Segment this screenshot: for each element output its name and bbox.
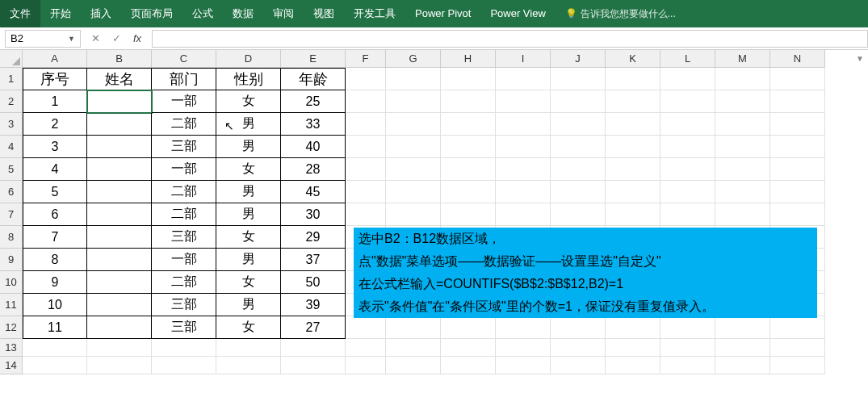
cell-A10[interactable]: 9	[23, 271, 87, 294]
cell-J5[interactable]	[551, 158, 606, 181]
cell-G1[interactable]	[386, 68, 441, 90]
row-header-13[interactable]: 13	[0, 339, 23, 357]
cell-H12[interactable]	[441, 316, 496, 339]
cell-J14[interactable]	[551, 357, 606, 374]
cancel-icon[interactable]: ✕	[89, 32, 102, 44]
cell-H5[interactable]	[441, 158, 496, 181]
cell-I7[interactable]	[496, 203, 551, 226]
cell-B6[interactable]	[87, 181, 152, 203]
cell-C5[interactable]: 一部	[152, 158, 216, 181]
cell-C9[interactable]: 一部	[152, 249, 216, 271]
cell-D2[interactable]: 女	[216, 90, 281, 113]
column-header-M[interactable]: M	[715, 50, 770, 68]
cell-E3[interactable]: 33	[281, 113, 346, 136]
column-header-J[interactable]: J	[551, 50, 606, 68]
cell-F7[interactable]	[346, 203, 386, 226]
cell-F14[interactable]	[346, 357, 386, 374]
confirm-icon[interactable]: ✓	[110, 32, 123, 44]
cell-E14[interactable]	[281, 357, 346, 374]
ribbon-tab-home[interactable]: 开始	[40, 0, 81, 27]
cell-J4[interactable]	[551, 136, 606, 158]
column-header-K[interactable]: K	[606, 50, 660, 68]
ribbon-tab-power-pivot[interactable]: Power Pivot	[405, 0, 480, 27]
cell-M12[interactable]	[715, 316, 770, 339]
column-header-C[interactable]: C	[152, 50, 216, 68]
cell-F4[interactable]	[346, 136, 386, 158]
cell-K5[interactable]	[606, 158, 660, 181]
cell-D5[interactable]: 女	[216, 158, 281, 181]
cell-E9[interactable]: 37	[281, 249, 346, 271]
cell-D9[interactable]: 男	[216, 249, 281, 271]
cell-L4[interactable]	[660, 136, 715, 158]
select-all-corner[interactable]	[0, 50, 23, 68]
row-header-4[interactable]: 4	[0, 136, 23, 158]
cell-K3[interactable]	[606, 113, 660, 136]
cell-H14[interactable]	[441, 357, 496, 374]
cell-N1[interactable]	[770, 68, 825, 90]
cell-L7[interactable]	[660, 203, 715, 226]
row-header-14[interactable]: 14	[0, 357, 23, 374]
cell-H2[interactable]	[441, 90, 496, 113]
cell-K13[interactable]	[606, 339, 660, 357]
row-header-7[interactable]: 7	[0, 203, 23, 226]
cell-I1[interactable]	[496, 68, 551, 90]
cell-L5[interactable]	[660, 158, 715, 181]
cell-L13[interactable]	[660, 339, 715, 357]
cell-A5[interactable]: 4	[23, 158, 87, 181]
cell-G2[interactable]	[386, 90, 441, 113]
cell-N2[interactable]	[770, 90, 825, 113]
chevron-down-icon[interactable]: ▼	[68, 35, 75, 43]
cell-C10[interactable]: 二部	[152, 271, 216, 294]
spreadsheet-grid[interactable]: ABCDEFGHIJKLMN1序号姓名部门性别年龄21一部女2532二部男334…	[0, 50, 868, 374]
cell-B12[interactable]	[87, 316, 152, 339]
formula-input[interactable]	[152, 30, 868, 48]
column-header-L[interactable]: L	[660, 50, 715, 68]
cell-C3[interactable]: 二部	[152, 113, 216, 136]
row-header-10[interactable]: 10	[0, 271, 23, 294]
cell-E2[interactable]: 25	[281, 90, 346, 113]
cell-M13[interactable]	[715, 339, 770, 357]
cell-G12[interactable]	[386, 316, 441, 339]
cell-N12[interactable]	[770, 316, 825, 339]
cell-E5[interactable]: 28	[281, 158, 346, 181]
cell-F3[interactable]	[346, 113, 386, 136]
fx-icon[interactable]: fx	[131, 32, 144, 44]
cell-G6[interactable]	[386, 181, 441, 203]
cell-E4[interactable]: 40	[281, 136, 346, 158]
cell-J7[interactable]	[551, 203, 606, 226]
cell-G7[interactable]	[386, 203, 441, 226]
cell-A11[interactable]: 10	[23, 294, 87, 316]
cell-D11[interactable]: 男	[216, 294, 281, 316]
cell-B4[interactable]	[87, 136, 152, 158]
cell-H6[interactable]	[441, 181, 496, 203]
cell-I13[interactable]	[496, 339, 551, 357]
cell-B2[interactable]	[87, 90, 152, 113]
ribbon-tab-review[interactable]: 审阅	[263, 0, 304, 27]
row-header-3[interactable]: 3	[0, 113, 23, 136]
cell-C8[interactable]: 三部	[152, 226, 216, 249]
cell-N3[interactable]	[770, 113, 825, 136]
cell-B8[interactable]	[87, 226, 152, 249]
column-header-G[interactable]: G	[386, 50, 441, 68]
cell-F13[interactable]	[346, 339, 386, 357]
cell-J1[interactable]	[551, 68, 606, 90]
cell-D12[interactable]: 女	[216, 316, 281, 339]
column-header-I[interactable]: I	[496, 50, 551, 68]
column-header-A[interactable]: A	[23, 50, 87, 68]
cell-H7[interactable]	[441, 203, 496, 226]
cell-I12[interactable]	[496, 316, 551, 339]
cell-G5[interactable]	[386, 158, 441, 181]
cell-H3[interactable]	[441, 113, 496, 136]
cell-E7[interactable]: 30	[281, 203, 346, 226]
ribbon-tab-formulas[interactable]: 公式	[182, 0, 223, 27]
cell-F2[interactable]	[346, 90, 386, 113]
ribbon-tab-data[interactable]: 数据	[223, 0, 263, 27]
ribbon-tab-view[interactable]: 视图	[304, 0, 344, 27]
cell-N6[interactable]	[770, 181, 825, 203]
cell-M2[interactable]	[715, 90, 770, 113]
cell-A13[interactable]	[23, 339, 87, 357]
cell-M5[interactable]	[715, 158, 770, 181]
cell-I4[interactable]	[496, 136, 551, 158]
cell-G3[interactable]	[386, 113, 441, 136]
cell-E1[interactable]: 年龄	[281, 68, 346, 90]
